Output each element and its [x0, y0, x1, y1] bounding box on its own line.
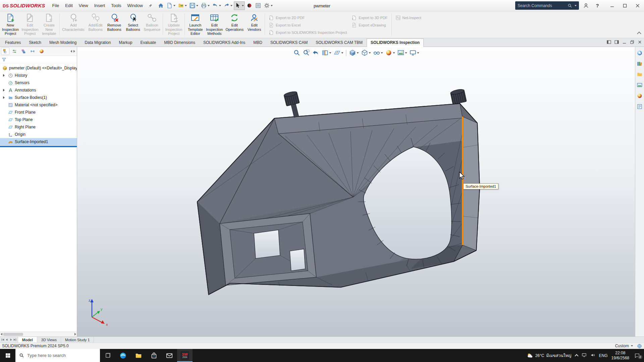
previous-view-button[interactable] [311, 49, 320, 57]
ribbon-collapse-chevron-icon[interactable] [637, 32, 641, 36]
doc-tab-3d-views[interactable]: 3D Views [37, 337, 61, 343]
menu-insert[interactable]: Insert [91, 1, 108, 10]
dynamic-annotation-views-button[interactable] [333, 49, 344, 57]
minimize-button[interactable] [606, 0, 619, 11]
tray-clock[interactable]: 22:08 19/6/2568 [611, 351, 629, 361]
expand-arrow-icon[interactable] [3, 89, 5, 92]
edit-operations-button[interactable]: Edit Operations [224, 12, 245, 37]
taskbar-search-input[interactable] [27, 353, 96, 358]
tree-item-annotations[interactable]: Annotations [0, 86, 77, 94]
zoom-to-area-button[interactable] [302, 49, 310, 57]
display-style-button[interactable] [360, 49, 371, 57]
next-tab-icon[interactable] [9, 338, 12, 341]
last-tab-icon[interactable] [13, 338, 16, 341]
design-library-icon[interactable] [636, 60, 643, 67]
tree-item-origin[interactable]: Origin [0, 131, 77, 138]
dock-pane-left-icon[interactable] [607, 40, 611, 44]
scroll-left-icon[interactable] [70, 50, 72, 53]
section-view-button[interactable] [321, 49, 332, 57]
edit-vendors-button[interactable]: Edit Vendors [245, 12, 264, 37]
undo-button[interactable] [211, 1, 222, 10]
tree-item-surface-bodies[interactable]: Surface Bodies(1) [0, 94, 77, 101]
status-globe-icon[interactable] [637, 344, 642, 349]
panel-horizontal-scrollbar[interactable] [0, 331, 77, 337]
tree-item-sensors[interactable]: Sensors [0, 79, 77, 86]
tree-item-surface-imported1[interactable]: Surface-Imported1 [0, 138, 77, 145]
options-list-button[interactable] [254, 1, 262, 10]
taskbar-solidworks-icon[interactable]: SW 2024 [177, 349, 193, 362]
tab-mesh-modeling[interactable]: Mesh Modeling [45, 39, 80, 47]
view-settings-button[interactable] [409, 49, 420, 57]
remove-balloons-button[interactable]: Remove Balloons [105, 12, 124, 37]
child-minimize-icon[interactable] [622, 40, 627, 44]
rollback-bar[interactable] [0, 146, 77, 147]
edit-appearance-button[interactable] [384, 49, 395, 57]
tab-mbd-dimensions[interactable]: MBD Dimensions [160, 39, 199, 47]
doc-tab-model[interactable]: Model [18, 337, 37, 343]
menu-edit[interactable]: Edit [62, 1, 75, 10]
filter-funnel-icon[interactable] [2, 57, 6, 62]
tab-displaymanager[interactable] [37, 48, 46, 55]
solidworks-resources-icon[interactable] [636, 50, 643, 56]
expand-arrow-icon[interactable] [3, 74, 5, 77]
new-document-button[interactable] [165, 1, 176, 10]
tab-featuremanager-tree[interactable] [1, 48, 9, 55]
close-button[interactable] [631, 0, 644, 11]
task-view-button[interactable] [100, 349, 115, 362]
maximize-button[interactable] [619, 0, 631, 11]
zoom-to-fit-button[interactable] [292, 49, 301, 57]
scroll-left-icon[interactable] [1, 333, 2, 336]
view-palette-icon[interactable] [636, 82, 643, 88]
apply-scene-button[interactable] [396, 49, 408, 57]
3d-mouse-button[interactable] [245, 1, 254, 10]
doc-tab-motion-study-1[interactable]: Motion Study 1 [61, 337, 94, 343]
tree-root-part[interactable]: pwmeter (Default) <<Default>_Display [0, 64, 77, 72]
start-button[interactable] [0, 349, 15, 362]
new-inspection-project-button[interactable]: New Inspection Project [1, 12, 20, 37]
select-tool-button[interactable] [234, 1, 245, 10]
menu-window[interactable]: Window [124, 1, 146, 10]
weather-widget[interactable]: 26°C มีเมฆส่วนใหญ่ [527, 352, 572, 359]
tab-features[interactable]: Features [1, 39, 25, 47]
home-button[interactable] [157, 1, 165, 10]
pin-menu-icon[interactable] [148, 3, 153, 8]
tab-solidworks-cam-tbm[interactable]: SOLIDWORKS CAM TBM [312, 39, 367, 47]
settings-button[interactable] [263, 1, 274, 10]
menu-file[interactable]: File [49, 1, 62, 10]
command-search-input[interactable] [518, 3, 566, 8]
taskbar-mail-icon[interactable] [162, 349, 177, 362]
display-state-selector[interactable]: Custom [615, 344, 633, 348]
child-close-icon[interactable] [638, 40, 642, 44]
reference-triad[interactable]: z x y [85, 296, 113, 327]
appearances-scenes-icon[interactable] [636, 93, 643, 99]
previous-tab-icon[interactable] [5, 338, 8, 341]
dock-pane-right-icon[interactable] [614, 40, 619, 44]
taskbar-file-explorer-icon[interactable] [131, 349, 146, 362]
tab-solidworks-cam[interactable]: SOLIDWORKS CAM [266, 39, 312, 47]
tray-language-indicator[interactable]: ENG [599, 353, 608, 358]
scroll-right-icon[interactable] [73, 50, 75, 53]
tree-item-history[interactable]: History [0, 72, 77, 79]
launch-template-editor-button[interactable]: Launch Template Editor [186, 12, 205, 37]
menu-tools[interactable]: Tools [108, 1, 124, 10]
tab-mbd[interactable]: MBD [249, 39, 266, 47]
tab-solidworks-inspection[interactable]: SOLIDWORKS Inspection [367, 39, 424, 47]
tray-chevron-up-icon[interactable] [575, 354, 578, 358]
menu-view[interactable]: View [76, 1, 91, 10]
view-orientation-button[interactable] [348, 49, 359, 57]
graphics-viewport[interactable]: Surface-Imported1 z x y [77, 47, 635, 337]
tab-propertymanager[interactable] [10, 48, 18, 55]
tab-evaluate[interactable]: Evaluate [136, 39, 160, 47]
tab-dimxpertmanager[interactable] [28, 48, 37, 55]
command-search-box[interactable] [515, 1, 579, 10]
hide-show-items-button[interactable] [372, 49, 383, 57]
expand-arrow-icon[interactable] [3, 96, 5, 99]
select-balloons-button[interactable]: Select Balloons [124, 12, 143, 37]
tree-item-front-plane[interactable]: Front Plane [0, 109, 77, 116]
taskbar-edge-icon[interactable] [115, 349, 131, 362]
custom-properties-icon[interactable] [636, 103, 643, 110]
tab-data-migration[interactable]: Data Migration [80, 39, 115, 47]
tab-sketch[interactable]: Sketch [25, 39, 45, 47]
print-button[interactable] [200, 1, 211, 10]
tab-configurationmanager[interactable] [19, 48, 28, 55]
